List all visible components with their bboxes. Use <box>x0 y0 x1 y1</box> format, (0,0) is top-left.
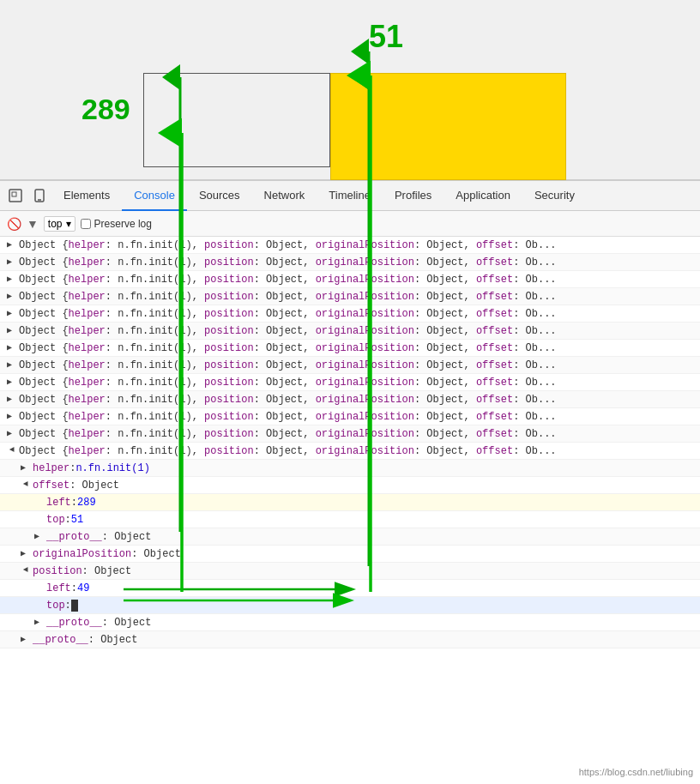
prop-val: 289 <box>77 494 96 511</box>
svg-rect-7 <box>12 192 16 196</box>
console-line[interactable]: ▶ Object {helper: n.fn.init(1), position… <box>0 340 700 357</box>
filter-icon[interactable]: ▼ <box>27 217 39 231</box>
expand-arrow <box>34 597 43 614</box>
yellow-box <box>330 73 566 180</box>
expand-arrow[interactable]: ▶ <box>21 546 29 563</box>
context-dropdown-icon: ▾ <box>66 218 71 230</box>
console-line[interactable]: ▶ Object {helper: n.fn.init(1), position… <box>0 305 700 323</box>
expand-arrow[interactable]: ▶ <box>7 254 15 271</box>
console-line[interactable]: ▶ Object {helper: n.fn.init(1), position… <box>0 408 700 425</box>
console-line[interactable]: ▶ Object {helper: n.fn.init(1), position… <box>0 271 700 288</box>
prop-key: __proto__ <box>46 528 102 546</box>
console-text: Object {helper: n.fn.init(1), position: … <box>19 288 557 305</box>
console-property-position[interactable]: ▼ position : Object <box>0 563 700 580</box>
console-property-top-51[interactable]: top : 51 <box>0 511 700 528</box>
prop-key: helper <box>33 460 69 477</box>
expand-arrow[interactable]: ▶ <box>7 340 15 357</box>
tab-console[interactable]: Console <box>122 180 187 211</box>
console-property-proto-top[interactable]: ▶ __proto__ : Object <box>0 631 700 648</box>
context-label: top <box>48 218 63 230</box>
expand-arrow[interactable]: ▶ <box>7 271 15 288</box>
console-text: Object {helper: n.fn.init(1), position: … <box>19 237 557 254</box>
console-text: Object {helper: n.fn.init(1), position: … <box>19 443 557 460</box>
expand-arrow[interactable]: ▶ <box>7 288 15 305</box>
expand-arrow[interactable]: ▶ <box>7 357 15 374</box>
prop-key: __proto__ <box>46 614 102 631</box>
inspect-icon-btn[interactable] <box>3 184 27 208</box>
svg-rect-6 <box>9 190 21 202</box>
expand-arrow[interactable]: ▼ <box>3 447 20 455</box>
console-text: Object {helper: n.fn.init(1), position: … <box>19 391 557 408</box>
prop-key: position <box>33 563 82 580</box>
console-line[interactable]: ▶ Object {helper: n.fn.init(1), position… <box>0 425 700 443</box>
console-text: Object {helper: n.fn.init(1), position: … <box>19 357 557 374</box>
tab-sources[interactable]: Sources <box>187 180 252 211</box>
console-text: Object {helper: n.fn.init(1), position: … <box>19 305 557 323</box>
console-property-proto-position[interactable]: ▶ __proto__ : Object <box>0 614 700 631</box>
console-line[interactable]: ▶ Object {helper: n.fn.init(1), position… <box>0 323 700 340</box>
thin-rect-outline <box>143 73 330 167</box>
expand-arrow[interactable]: ▶ <box>7 305 15 323</box>
console-property-offset[interactable]: ▼ offset : Object <box>0 477 700 494</box>
tab-network[interactable]: Network <box>252 180 317 211</box>
tab-profiles[interactable]: Profiles <box>383 180 444 211</box>
console-line[interactable]: ▶ Object {helper: n.fn.init(1), position… <box>0 288 700 305</box>
console-property-original-pos[interactable]: ▶ originalPosition : Object <box>0 546 700 563</box>
tab-application[interactable]: Application <box>444 180 522 211</box>
tab-elements[interactable]: Elements <box>51 180 122 211</box>
prop-val: 51 <box>71 511 83 528</box>
expand-arrow[interactable]: ▶ <box>7 391 15 408</box>
prop-key: left <box>46 494 71 511</box>
expand-arrow[interactable]: ▼ <box>16 481 33 490</box>
console-property-left-49[interactable]: left : 49 <box>0 580 700 597</box>
console-line[interactable]: ▶ Object {helper: n.fn.init(1), position… <box>0 254 700 271</box>
prop-key: left <box>46 580 71 597</box>
cursor <box>71 600 78 612</box>
console-line[interactable]: ▶ Object {helper: n.fn.init(1), position… <box>0 357 700 374</box>
expand-arrow[interactable]: ▶ <box>21 631 29 648</box>
expand-arrow <box>34 580 43 597</box>
expand-arrow[interactable]: ▶ <box>7 374 15 391</box>
expand-arrow[interactable]: ▶ <box>34 528 43 546</box>
prop-key: __proto__ <box>33 631 88 648</box>
expand-arrow[interactable]: ▶ <box>7 408 15 425</box>
preserve-log-text: Preserve log <box>94 218 152 230</box>
expand-arrow[interactable]: ▶ <box>7 425 15 443</box>
console-text: Object {helper: n.fn.init(1), position: … <box>19 340 557 357</box>
console-property-proto-offset[interactable]: ▶ __proto__ : Object <box>0 528 700 546</box>
console-property-top-cursor[interactable]: top : <box>0 597 700 614</box>
expand-arrow[interactable]: ▶ <box>7 323 15 340</box>
prop-val: 49 <box>77 580 89 597</box>
console-property-helper[interactable]: ▶ helper : n.fn.init(1) <box>0 460 700 477</box>
tab-security[interactable]: Security <box>522 180 587 211</box>
expand-arrow <box>34 494 43 511</box>
preview-area: 51 289 <box>0 0 700 180</box>
expand-arrow[interactable]: ▶ <box>34 614 43 631</box>
console-line[interactable]: ▶ Object {helper: n.fn.init(1), position… <box>0 237 700 254</box>
context-selector[interactable]: top ▾ <box>44 216 75 232</box>
preserve-log-label[interactable]: Preserve log <box>81 218 152 230</box>
console-text: Object {helper: n.fn.init(1), position: … <box>19 425 557 443</box>
prop-key: originalPosition <box>33 546 131 563</box>
expand-arrow[interactable]: ▶ <box>21 460 29 477</box>
expand-arrow[interactable]: ▼ <box>16 567 33 576</box>
console-text: Object {helper: n.fn.init(1), position: … <box>19 271 557 288</box>
prop-val: n.fn.init(1) <box>75 460 149 477</box>
console-filter-bar: 🚫 ▼ top ▾ Preserve log <box>0 211 700 237</box>
console-line[interactable]: ▶ Object {helper: n.fn.init(1), position… <box>0 374 700 391</box>
annotation-289: 289 <box>81 93 130 126</box>
devtools-toolbar: Elements Console Sources Network Timelin… <box>0 180 700 211</box>
toolbar-tabs: Elements Console Sources Network Timelin… <box>51 180 697 211</box>
clear-console-icon[interactable]: 🚫 <box>7 217 21 231</box>
console-line[interactable]: ▶ Object {helper: n.fn.init(1), position… <box>0 391 700 408</box>
preserve-log-checkbox[interactable] <box>81 219 91 229</box>
console-output: ▶ Object {helper: n.fn.init(1), position… <box>0 237 700 784</box>
device-icon-btn[interactable] <box>27 184 51 208</box>
expand-arrow[interactable]: ▶ <box>7 237 15 254</box>
expand-arrow <box>34 511 43 528</box>
tab-timeline[interactable]: Timeline <box>317 180 383 211</box>
prop-key: offset <box>33 477 69 494</box>
annotation-51: 51 <box>369 19 403 55</box>
console-line-expanded[interactable]: ▼ Object {helper: n.fn.init(1), position… <box>0 443 700 460</box>
console-property-left-289[interactable]: left : 289 <box>0 494 700 511</box>
